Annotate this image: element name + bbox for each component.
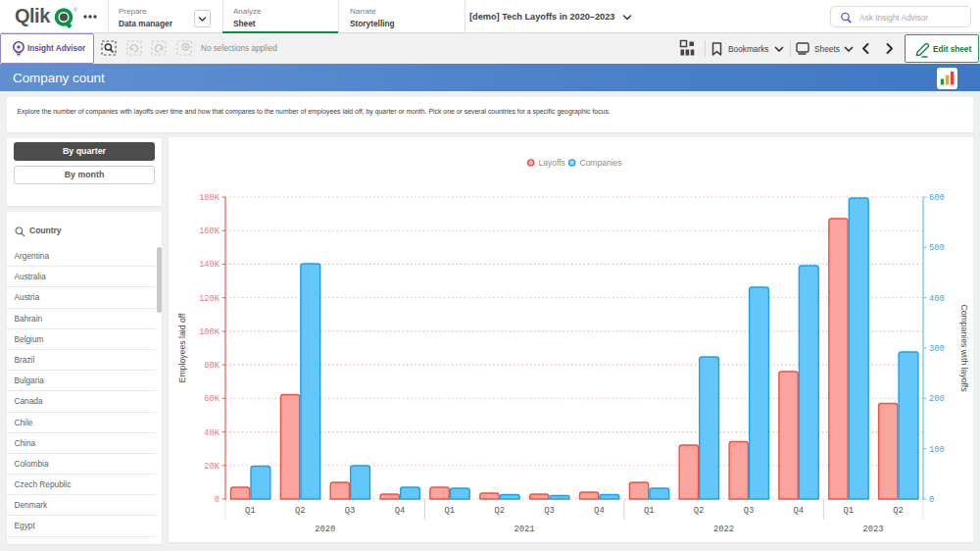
svg-text:Companies: Companies <box>580 158 622 168</box>
svg-text:Q4: Q4 <box>395 506 406 516</box>
svg-text:Q3: Q3 <box>345 506 356 516</box>
svg-text:Q4: Q4 <box>594 506 605 516</box>
svg-text:120K: 120K <box>199 294 220 304</box>
svg-text:Q4: Q4 <box>794 506 805 516</box>
svg-text:0: 0 <box>215 495 220 505</box>
svg-text:Q1: Q1 <box>644 506 655 516</box>
svg-text:100: 100 <box>929 445 945 455</box>
svg-text:180K: 180K <box>199 193 220 203</box>
svg-text:Q1: Q1 <box>843 506 854 516</box>
svg-text:300: 300 <box>929 344 945 354</box>
svg-text:600: 600 <box>929 193 945 203</box>
svg-text:Layoffs: Layoffs <box>539 158 565 168</box>
svg-text:2020: 2020 <box>315 525 335 534</box>
svg-text:Q1: Q1 <box>245 506 256 516</box>
svg-text:140K: 140K <box>199 260 220 270</box>
svg-text:Q3: Q3 <box>744 506 755 516</box>
svg-text:200: 200 <box>929 394 945 404</box>
svg-text:60K: 60K <box>204 394 220 404</box>
svg-text:Q1: Q1 <box>445 506 456 516</box>
svg-text:0: 0 <box>929 495 934 505</box>
svg-text:40K: 40K <box>204 428 220 438</box>
svg-text:160K: 160K <box>199 226 220 236</box>
svg-text:100K: 100K <box>199 327 220 337</box>
svg-text:Q2: Q2 <box>494 506 505 516</box>
svg-text:400: 400 <box>929 294 945 304</box>
svg-text:Q3: Q3 <box>544 506 555 516</box>
svg-text:Q2: Q2 <box>295 506 306 516</box>
svg-text:Companies with layoffs: Companies with layoffs <box>959 304 969 392</box>
svg-text:80K: 80K <box>204 361 220 371</box>
svg-text:2023: 2023 <box>863 525 884 534</box>
svg-text:2021: 2021 <box>514 525 535 534</box>
svg-text:Q2: Q2 <box>694 506 705 516</box>
svg-text:2022: 2022 <box>713 525 734 534</box>
svg-text:500: 500 <box>929 243 945 253</box>
svg-text:20K: 20K <box>204 462 220 472</box>
svg-text:Employees laid off: Employees laid off <box>177 313 187 382</box>
svg-text:Q2: Q2 <box>893 506 904 516</box>
svg-text:®: ® <box>74 7 77 13</box>
